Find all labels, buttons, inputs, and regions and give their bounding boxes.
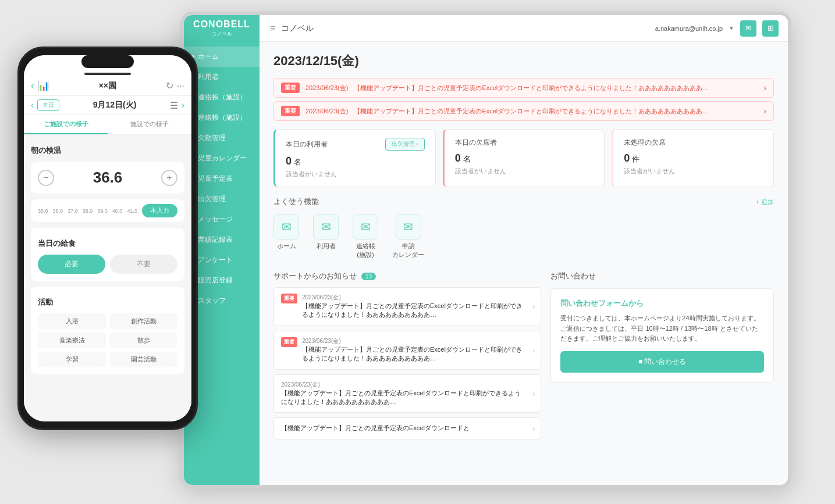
news-content-4: 【機能アップデート】月ごとの児童予定表のExcelダウンロードと [281,424,534,432]
news-content-2: 2023/06/23(金) 【機能アップデート】月ごとの児童予定表のExcelダ… [302,337,534,363]
temp-input-button[interactable]: 本入力 [142,204,177,217]
phone-more-icon[interactable]: ··· [177,81,184,91]
grid-icon-btn[interactable]: ⊞ [762,20,779,37]
alert-arrow-1: › [763,83,766,92]
news-text-3: 【機能アップデート】月ごとの児童予定表のExcelダウンロードと印刷ができるよう… [281,389,524,407]
news-item-3[interactable]: 2023/06/23(金) 【機能アップデート】月ごとの児童予定表のExcelダ… [273,374,541,413]
alert-row-1[interactable]: 重要 2023/06/23(金) 【機能アップデート】月ごとの児童予定表のExc… [273,78,774,98]
notification-icon-btn[interactable]: ✉ [740,20,756,37]
alert-badge-2: 重要 [281,106,300,116]
contact-card: 問い合わせフォームから 受付につきましては、本ホームページより24時間実施してお… [550,288,774,383]
hamburger-icon[interactable]: ≡ [270,23,275,34]
phone-notch [81,55,134,68]
contact-button[interactable]: ■ 問い合わせる [560,351,764,373]
phone-today-button[interactable]: 本日 [37,99,59,111]
quick-section-header: よく使う機能 + 追加 [273,196,774,207]
tablet: CONOBELL コノベル ≡ コノベル a.nakamura@unih.co.… [180,12,791,488]
temp-plus-button[interactable]: + [161,170,177,186]
temp-control: − 36.6 + [31,162,184,194]
quick-icon-home[interactable]: ✉ ホーム [273,214,299,259]
news-item-1[interactable]: 重要 2023/06/23(金) 【機能アップデート】月ごとの児童予定表のExc… [273,287,541,326]
quick-icon-label-shinsei: 申請カレンダー [392,242,424,259]
temp-scale-360: 36.0 [53,208,63,214]
alert-text-2: 【機能アップデート】月ごとの児童予定表のExcelダウンロードと印刷ができるよう… [354,107,758,116]
phone-header: ‹ 📊 ××園 ↻ ··· [24,76,191,96]
news-text-4: 【機能アップデート】月ごとの児童予定表のExcelダウンロードと [281,424,524,432]
add-quick-button[interactable]: + 追加 [756,198,774,206]
header-right: a.nakamura@unih.co.jp ▼ ✉ ⊞ [655,20,779,37]
temp-scale-350: 35.0 [38,208,48,214]
temp-scale-390: 39.0 [97,208,108,214]
alert-date-1: 2023/06/23(金) [305,84,348,92]
contact-form-title: 問い合わせフォームから [560,298,764,309]
stat-card-unread: 未処理の欠席 0 件 該当者がいません [612,129,774,187]
news-badge-sm-1: 重要 [281,294,297,303]
activity-item-nyuyoku[interactable]: 入浴 [38,313,106,329]
alert-row-2[interactable]: 重要 2023/06/23(金) 【機能アップデート】月ごとの児童予定表のExc… [273,101,774,121]
news-header: サポートからのお知らせ 13 [273,271,541,281]
stat-empty-unread: 該当者がいません [624,167,763,176]
stat-title-unread: 未処理の欠席 [624,138,666,148]
news-text-2: 【機能アップデート】月ごとの児童予定表のExcelダウンロードと印刷ができるよう… [302,345,524,363]
stat-manage-btn[interactable]: 出欠管理 › [385,138,425,151]
news-date-1: 2023/06/23(金) [302,294,524,302]
stat-title-absent: 本日の欠席者 [455,138,497,148]
phone-list-icon[interactable]: ☰ [170,100,178,111]
stat-unit-absent: 名 [463,154,471,165]
news-content-3: 2023/06/23(金) 【機能アップデート】月ごとの児童予定表のExcelダ… [281,381,534,407]
activity-item-sousaku[interactable]: 創作活動 [109,313,177,329]
quick-icon-users[interactable]: ✉ 利用者 [313,214,339,259]
news-arrow-3: › [532,389,535,398]
phone-facility-icon: 📊 [38,80,49,91]
phone-facility-name: ××園 [53,81,162,91]
stat-empty-users: 該当者がいません [286,170,425,178]
quick-icon-box-shinsei: ✉ [396,214,421,240]
news-item-4[interactable]: 【機能アップデート】月ごとの児童予定表のExcelダウンロードと › [273,417,541,439]
stat-unit-unread: 件 [632,154,639,165]
temp-scale-370: 37.0 [67,208,78,214]
quick-icon-renrakucho[interactable]: ✉ 連絡帳(施設) [353,214,378,259]
phone-date-next-button[interactable]: › [182,100,184,110]
temp-scale-400: 40.0 [112,208,123,214]
activity-item-sanpo[interactable]: 散歩 [109,333,177,348]
phone-tab-facility[interactable]: ご施設での様子 [24,115,108,134]
tablet-logo: CONOBELL コノベル [184,15,260,42]
alert-text-1: 【機能アップデート】月ごとの児童予定表のExcelダウンロードと印刷ができるよう… [354,84,758,92]
meal-required-button[interactable]: 必要 [38,255,105,274]
temp-value: 36.6 [59,169,157,187]
news-date-2: 2023/06/23(金) [302,337,524,345]
phone-back-button[interactable]: ‹ [31,80,34,92]
activity-item-engei[interactable]: 園芸活動 [109,352,177,367]
news-arrow-4: › [532,424,535,433]
temp-scale: 35.0 36.0 37.0 38.0 39.0 40.0 41.0 本入力 [31,199,184,222]
phone-date-prev-button[interactable]: ‹ [31,100,34,110]
activity-item-gakushuu[interactable]: 学習 [38,352,106,367]
tablet-topbar: CONOBELL コノベル ≡ コノベル a.nakamura@unih.co.… [184,15,788,42]
stat-empty-absent: 該当者がいません [455,167,594,176]
phone-meal-title: 当日の給食 [38,238,177,249]
logo-text: CONOBELL [193,19,250,30]
contact-title: お問い合わせ [550,271,596,281]
phone-tab-facility2[interactable]: 施設での様子 [108,115,191,134]
main-date: 2023/12/15(金) [273,52,774,70]
quick-icon-shinsei[interactable]: ✉ 申請カレンダー [392,214,424,259]
temp-scale-410: 41.0 [127,208,137,214]
contact-desc: 受付につきましては、本ホームページより24時間実施しております。ご返信につきまし… [560,313,764,344]
activity-section: 活動 入浴 創作活動 音楽療法 散歩 学習 園芸活動 [31,287,184,374]
news-item-2[interactable]: 重要 2023/06/23(金) 【機能アップデート】月ごとの児童予定表のExc… [273,331,541,370]
phone-temp-title: 朝の検温 [31,145,184,156]
meal-notrequired-button[interactable]: 不要 [110,255,177,274]
two-col-section: サポートからのお知らせ 13 重要 2023/06/23(金) 【機能アップデー… [273,271,774,444]
phone-content: 朝の検温 − 36.6 + 35.0 36.0 37.0 38.0 39.0 4… [24,135,191,421]
activity-item-ongaku[interactable]: 音楽療法 [38,333,106,348]
quick-icon-box-users: ✉ [313,214,339,240]
stat-unit-users: 名 [294,157,301,167]
chevron-down-icon: ▼ [729,25,734,31]
meal-section: 当日の給食 必要 不要 [31,228,184,281]
quick-icon-label-users: 利用者 [317,242,336,251]
phone-reload-icon[interactable]: ↻ [166,80,173,91]
temp-minus-button[interactable]: − [38,170,54,186]
quick-icon-box-home: ✉ [273,214,299,240]
stat-card-users: 本日の利用者 出欠管理 › 0 名 該当者がいません [273,129,436,187]
stat-count-users: 0 [286,155,292,167]
